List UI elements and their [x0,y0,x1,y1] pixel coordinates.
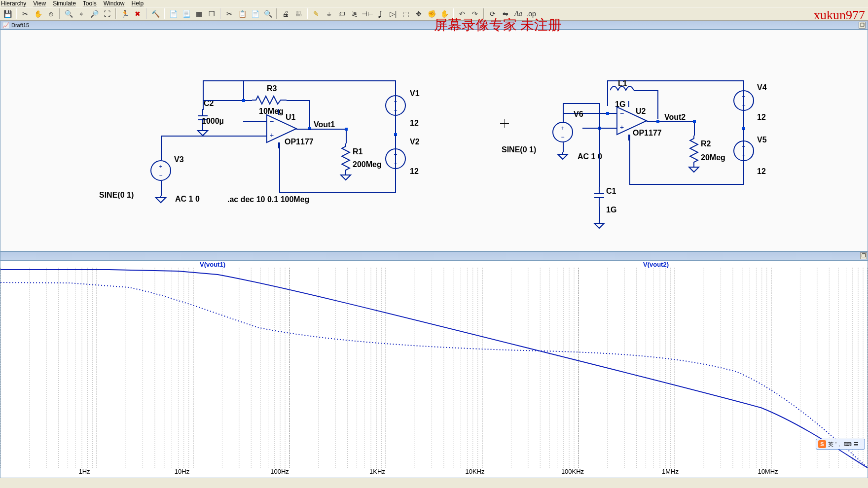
wire[interactable] [607,80,608,106]
label-v4-name[interactable]: V4 [757,83,767,92]
ime-keyboard-icon[interactable]: ⌨ [844,441,852,448]
label-l1-name[interactable]: L1 [618,79,627,88]
label-v1-name[interactable]: V1 [410,89,420,98]
label-r2-value[interactable]: 20Meg [701,153,725,162]
spice-directive-icon[interactable]: .op [526,8,537,19]
component-r1[interactable] [341,143,351,174]
menu-window[interactable]: Window [104,0,125,7]
ime-punct-icon[interactable]: '， [835,441,842,448]
wire[interactable] [161,181,162,196]
label-v6-wave[interactable]: SINE(0 1) [502,145,536,154]
ground-v6[interactable] [557,152,569,159]
wire[interactable] [563,142,564,152]
label-v3-ac[interactable]: AC 1 0 [175,195,200,204]
label-u1-name[interactable]: U1 [286,113,295,122]
menu-tools[interactable]: Tools [83,0,97,7]
wire[interactable] [161,136,267,137]
label-v2-name[interactable]: V2 [410,138,420,146]
wire[interactable] [346,129,347,143]
rotate-icon[interactable]: ⟳ [487,8,498,19]
menu-help[interactable]: Help [132,0,144,7]
hammer-icon[interactable]: 🔨 [150,8,161,19]
wire[interactable] [743,111,744,129]
copy-icon[interactable]: 📋 [237,8,248,19]
component-v6[interactable] [552,122,573,142]
ground-icon[interactable]: ⏚ [324,8,334,19]
capacitor-icon[interactable]: ⊣⊢ [362,8,373,19]
wire[interactable] [563,103,564,123]
wire[interactable] [279,192,396,193]
undo-icon[interactable]: ↶ [457,8,468,19]
zoom-in-icon[interactable]: 🔍 [63,8,74,19]
wire[interactable] [694,121,695,136]
cascade-icon[interactable]: ❐ [206,8,217,19]
component-c1[interactable] [594,187,604,208]
component-r3[interactable] [252,95,287,106]
zoom-out-icon[interactable]: 🔎 [89,8,100,19]
label-u1-part[interactable]: OP1177 [285,138,314,146]
text-icon[interactable]: Aa [513,8,524,19]
drag-icon[interactable]: ✊ [426,8,437,19]
label-v3-name[interactable]: V3 [174,155,184,164]
plot-window[interactable]: ❐ V(vout1) V(vout2) 1Hz 10Hz 100Hz 1KHz … [0,251,868,478]
plot-maximize[interactable]: ❐ [860,252,867,259]
wire[interactable] [203,80,396,81]
scissors-icon[interactable]: ✂ [20,8,31,19]
mirror-icon[interactable]: ⇋ [500,8,511,19]
cut-icon[interactable]: ✂ [224,8,235,19]
label-v2-value[interactable]: 12 [410,167,419,176]
diode-icon[interactable]: ▷| [388,8,398,19]
wire[interactable] [629,184,744,185]
zoom-window-icon[interactable]: ⌖ [76,8,87,19]
wire[interactable] [599,103,600,129]
paste-icon[interactable]: 📄 [250,8,260,19]
schematic-maximize[interactable]: ❐ [859,22,866,29]
ground-c2[interactable] [197,129,209,136]
ground-r2[interactable] [688,165,700,172]
component-v5[interactable] [733,140,754,161]
ime-menu-icon[interactable]: ☰ [854,441,859,448]
spice-directive[interactable]: .ac dec 10 0.1 100Meg [227,195,309,204]
save-icon[interactable]: 💾 [2,8,13,19]
label-r1-value[interactable]: 200Meg [353,160,382,169]
pencil-icon[interactable]: ✎ [311,8,322,19]
wire[interactable] [279,142,280,193]
wire[interactable] [287,100,310,101]
component-icon[interactable]: ⬚ [400,8,411,19]
label-u2-part[interactable]: OP1177 [633,129,662,138]
wire[interactable] [599,207,600,221]
label-icon[interactable]: 🏷 [336,8,347,19]
wire[interactable] [243,80,244,101]
label-c1-name[interactable]: C1 [606,187,616,196]
menu-view[interactable]: View [33,0,46,7]
menu-hierarchy[interactable]: Hierarchy [1,0,26,7]
menu-simulate[interactable]: Simulate [53,0,76,7]
schematic-titlebar[interactable]: 📈 Draft15 ❐ [0,21,868,30]
wire[interactable] [395,116,396,135]
schematic-canvas[interactable]: C2 1000µ R3 10Meg −+ U1 OP1177 Vout1 R1 … [0,30,868,251]
label-v3-wave[interactable]: SINE(0 1) [99,191,134,200]
wire[interactable] [395,135,396,148]
trace-label-vout1[interactable]: V(vout1) [200,261,225,268]
ground-c1[interactable] [593,221,605,228]
wire[interactable] [309,100,310,129]
tile-icon[interactable]: ▦ [193,8,204,19]
zoom-full-icon[interactable]: ⛶ [102,8,112,19]
wire[interactable] [161,136,162,160]
wire[interactable] [243,121,267,122]
label-v5-value[interactable]: 12 [757,167,766,176]
ime-toolbar[interactable]: S 英 '， ⌨ ☰ [816,439,865,450]
label-r2-name[interactable]: R2 [701,139,711,148]
print-icon[interactable]: 🖨 [280,8,291,19]
trace-label-vout2[interactable]: V(vout2) [643,261,669,268]
wire[interactable] [607,80,744,81]
wire[interactable] [657,90,658,119]
wire[interactable] [203,80,204,110]
label-c1-value[interactable]: 1G [606,206,616,214]
label-v4-value[interactable]: 12 [757,113,766,122]
inductor-icon[interactable]: ʆ [375,8,386,19]
component-r2[interactable] [689,136,699,166]
probe-icon[interactable]: ⎋ [45,8,56,19]
wire[interactable] [563,103,600,104]
new-symbol-icon[interactable]: 📃 [181,8,191,19]
